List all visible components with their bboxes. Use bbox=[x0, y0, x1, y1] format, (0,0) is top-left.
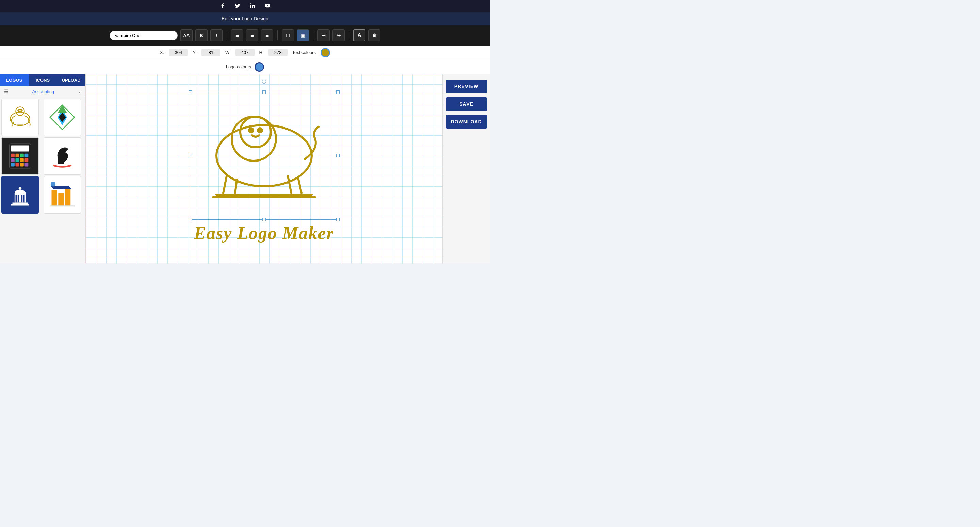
y-input[interactable] bbox=[202, 49, 221, 56]
undo-button[interactable]: ↩ bbox=[318, 29, 330, 41]
x-label: X: bbox=[160, 50, 164, 55]
svg-rect-22 bbox=[16, 163, 19, 167]
canvas-text[interactable]: Easy Logo Maker bbox=[194, 223, 334, 243]
social-bar bbox=[0, 0, 490, 12]
building-bar-logo-svg bbox=[47, 179, 78, 210]
delete-button[interactable]: 🗑 bbox=[368, 29, 380, 41]
style1-button[interactable]: □ bbox=[282, 29, 294, 41]
menu-icon[interactable]: ☰ bbox=[4, 89, 8, 94]
h-label: H: bbox=[259, 50, 264, 55]
handle-middle-left[interactable] bbox=[189, 154, 192, 157]
style2-button[interactable]: ▣ bbox=[297, 29, 309, 41]
align-center-button[interactable]: ☰ bbox=[246, 29, 258, 41]
w-label: W: bbox=[225, 50, 231, 55]
text-color-picker[interactable] bbox=[321, 48, 330, 57]
x-input[interactable] bbox=[169, 49, 188, 56]
youtube-icon[interactable] bbox=[265, 3, 270, 10]
svg-rect-20 bbox=[25, 158, 29, 162]
tab-upload[interactable]: UPLOAD bbox=[57, 74, 86, 86]
diamond-logo-svg bbox=[47, 102, 78, 133]
svg-rect-19 bbox=[20, 158, 24, 162]
svg-rect-13 bbox=[11, 154, 14, 157]
separator-1 bbox=[227, 30, 227, 40]
save-button[interactable]: SAVE bbox=[446, 97, 487, 111]
sidebar-tabs: LOGOS ICONS UPLOAD bbox=[0, 74, 86, 86]
list-item[interactable] bbox=[2, 98, 39, 136]
bold-button[interactable]: B bbox=[195, 29, 208, 41]
svg-point-3 bbox=[10, 112, 30, 126]
svg-rect-24 bbox=[25, 163, 29, 167]
svg-rect-12 bbox=[11, 146, 29, 152]
logo-grid bbox=[0, 97, 86, 215]
redo-button[interactable]: ↪ bbox=[332, 29, 345, 41]
font-size-button[interactable]: AA bbox=[180, 29, 192, 41]
handle-top-right[interactable] bbox=[336, 90, 340, 94]
align-left-button[interactable]: ☰ bbox=[231, 29, 243, 41]
calculator-logo-svg bbox=[5, 141, 35, 171]
rotation-handle[interactable] bbox=[262, 79, 266, 84]
handle-bottom-left[interactable] bbox=[189, 217, 192, 221]
svg-rect-18 bbox=[16, 158, 19, 162]
svg-point-1 bbox=[250, 3, 251, 5]
facebook-icon[interactable] bbox=[220, 3, 225, 10]
logo-color-bar: Logo colours bbox=[0, 60, 490, 74]
svg-rect-23 bbox=[20, 163, 24, 167]
svg-rect-30 bbox=[18, 195, 19, 203]
handle-bottom-center[interactable] bbox=[262, 217, 266, 221]
selection-box bbox=[190, 92, 338, 220]
logo-container[interactable] bbox=[192, 95, 336, 217]
h-input[interactable] bbox=[269, 49, 288, 56]
chess-logo-svg bbox=[47, 141, 78, 171]
category-bar: ☰ Accounting ⌄ bbox=[0, 86, 86, 97]
twitter-icon[interactable] bbox=[235, 3, 240, 10]
capitol-logo-svg bbox=[5, 179, 35, 210]
handle-middle-right[interactable] bbox=[336, 154, 340, 157]
separator-4 bbox=[349, 30, 349, 40]
tab-icons[interactable]: ICONS bbox=[29, 74, 57, 86]
svg-rect-38 bbox=[58, 194, 64, 206]
svg-rect-37 bbox=[51, 190, 57, 206]
list-item[interactable] bbox=[43, 176, 81, 214]
svg-point-5 bbox=[18, 111, 20, 112]
text-colors-label: Text colours bbox=[292, 50, 316, 55]
y-label: Y: bbox=[192, 50, 197, 55]
svg-rect-36 bbox=[11, 204, 29, 206]
handle-top-left[interactable] bbox=[189, 90, 192, 94]
svg-rect-33 bbox=[19, 189, 21, 194]
right-panel: PREVIEW SAVE DOWNLOAD bbox=[442, 74, 490, 264]
linkedin-icon[interactable] bbox=[250, 3, 255, 10]
preview-button[interactable]: PREVIEW bbox=[446, 79, 487, 93]
canvas-area[interactable]: Easy Logo Maker bbox=[86, 74, 442, 264]
svg-rect-17 bbox=[11, 158, 14, 162]
tab-logos[interactable]: LOGOS bbox=[0, 74, 29, 86]
svg-point-6 bbox=[21, 111, 22, 112]
separator-2 bbox=[277, 30, 278, 40]
svg-rect-32 bbox=[24, 195, 25, 203]
w-input[interactable] bbox=[235, 49, 255, 56]
align-right-button[interactable]: ☰ bbox=[261, 29, 273, 41]
download-button[interactable]: DOWNLOAD bbox=[446, 115, 487, 129]
category-label[interactable]: Accounting bbox=[32, 89, 54, 94]
svg-rect-0 bbox=[250, 5, 251, 8]
italic-button[interactable]: I bbox=[210, 29, 223, 41]
svg-point-40 bbox=[50, 181, 55, 186]
svg-rect-35 bbox=[13, 203, 28, 204]
list-item[interactable] bbox=[43, 137, 81, 175]
handle-bottom-right[interactable] bbox=[336, 217, 340, 221]
lion-logo-svg bbox=[5, 102, 35, 133]
svg-rect-14 bbox=[16, 154, 19, 157]
logo-color-picker[interactable] bbox=[255, 62, 264, 72]
svg-rect-15 bbox=[20, 154, 24, 157]
handle-top-center[interactable] bbox=[262, 90, 266, 94]
chevron-down-icon[interactable]: ⌄ bbox=[78, 89, 81, 94]
list-item[interactable] bbox=[2, 137, 39, 175]
svg-point-4 bbox=[16, 107, 24, 115]
list-item[interactable] bbox=[2, 176, 39, 214]
svg-rect-31 bbox=[21, 195, 23, 203]
svg-rect-16 bbox=[25, 154, 29, 157]
text-edit-button[interactable]: A bbox=[353, 29, 366, 41]
list-item[interactable] bbox=[43, 98, 81, 136]
svg-rect-21 bbox=[11, 163, 14, 167]
font-select[interactable]: Vampiro One Arial Times New Roman Georgi… bbox=[110, 30, 178, 40]
toolbar: Vampiro One Arial Times New Roman Georgi… bbox=[0, 25, 490, 46]
